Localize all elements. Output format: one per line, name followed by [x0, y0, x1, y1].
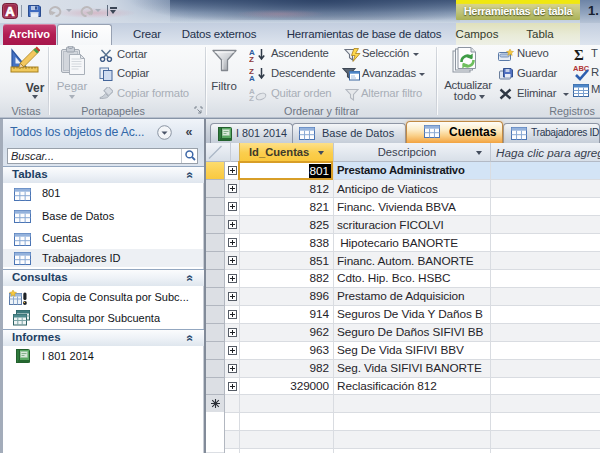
svg-text:Z: Z: [249, 94, 254, 101]
svg-text:A: A: [5, 4, 15, 19]
svg-text:Z: Z: [249, 55, 254, 62]
svg-text:A: A: [249, 74, 255, 81]
